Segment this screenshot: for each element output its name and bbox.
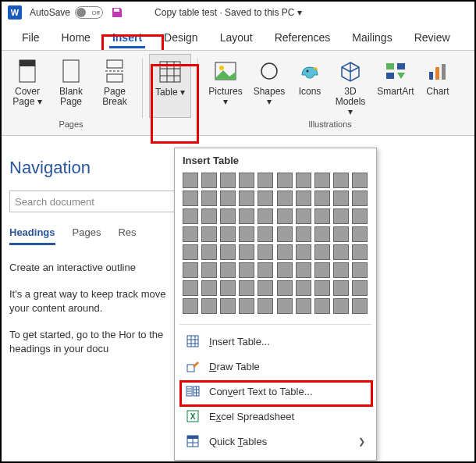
tab-file[interactable]: File [11, 27, 51, 50]
document-title[interactable]: Copy table test · Saved to this PC ▾ [155, 7, 302, 18]
tab-layout[interactable]: Layout [209, 27, 264, 50]
grid-cell[interactable] [314, 298, 330, 314]
shapes-button[interactable]: Shapes ▾ [248, 54, 290, 118]
grid-cell[interactable] [220, 208, 236, 224]
grid-cell[interactable] [239, 244, 254, 260]
grid-cell[interactable] [314, 173, 330, 188]
grid-cell[interactable] [277, 226, 293, 242]
menu-excel-spreadsheet[interactable]: X Excel Spreadsheet [175, 404, 376, 429]
grid-cell[interactable] [220, 173, 236, 188]
grid-cell[interactable] [277, 262, 293, 278]
grid-cell[interactable] [296, 208, 311, 224]
3d-models-button[interactable]: 3D Models ▾ [329, 54, 371, 118]
grid-cell[interactable] [333, 280, 349, 296]
icons-button[interactable]: Icons [292, 54, 328, 118]
grid-cell[interactable] [201, 226, 217, 242]
grid-cell[interactable] [201, 298, 217, 314]
grid-cell[interactable] [352, 208, 368, 224]
grid-cell[interactable] [296, 173, 311, 188]
grid-cell[interactable] [352, 298, 368, 314]
grid-cell[interactable] [183, 298, 198, 314]
nav-tab-pages[interactable]: Pages [73, 226, 101, 245]
table-size-grid[interactable] [175, 171, 376, 320]
grid-cell[interactable] [314, 208, 330, 224]
menu-convert-text-to-table[interactable]: Convert Text to Table... [175, 379, 376, 404]
grid-cell[interactable] [352, 173, 368, 188]
grid-cell[interactable] [239, 173, 254, 188]
grid-cell[interactable] [258, 244, 273, 260]
grid-cell[interactable] [333, 226, 349, 242]
grid-cell[interactable] [258, 191, 273, 206]
grid-cell[interactable] [296, 244, 311, 260]
grid-cell[interactable] [277, 173, 293, 188]
menu-insert-table[interactable]: Insert Table... [175, 329, 376, 354]
smartart-button[interactable]: SmartArt [373, 54, 418, 118]
grid-cell[interactable] [314, 191, 330, 206]
grid-cell[interactable] [296, 280, 311, 296]
grid-cell[interactable] [258, 226, 273, 242]
table-button[interactable]: Table ▾ [149, 54, 191, 118]
menu-quick-tables[interactable]: Quick Tables ❯ [175, 429, 376, 454]
grid-cell[interactable] [333, 173, 349, 188]
blank-page-button[interactable]: Blank Page [50, 54, 92, 118]
grid-cell[interactable] [296, 262, 311, 278]
autosave-toggle[interactable]: AutoSave Off [30, 6, 103, 19]
grid-cell[interactable] [314, 244, 330, 260]
tab-references[interactable]: References [264, 27, 342, 50]
grid-cell[interactable] [258, 280, 273, 296]
grid-cell[interactable] [183, 191, 198, 206]
grid-cell[interactable] [239, 262, 254, 278]
grid-cell[interactable] [296, 191, 311, 206]
grid-cell[interactable] [220, 244, 236, 260]
tab-mailings[interactable]: Mailings [341, 27, 403, 50]
grid-cell[interactable] [239, 191, 254, 206]
grid-cell[interactable] [258, 173, 273, 188]
grid-cell[interactable] [277, 208, 293, 224]
nav-tab-results[interactable]: Res [118, 226, 136, 245]
page-break-button[interactable]: Page Break [94, 54, 136, 118]
grid-cell[interactable] [277, 191, 293, 206]
cover-page-button[interactable]: Cover Page ▾ [6, 54, 48, 118]
grid-cell[interactable] [258, 208, 273, 224]
grid-cell[interactable] [277, 298, 293, 314]
grid-cell[interactable] [352, 262, 368, 278]
grid-cell[interactable] [220, 191, 236, 206]
grid-cell[interactable] [277, 280, 293, 296]
save-icon[interactable] [111, 6, 123, 19]
grid-cell[interactable] [201, 262, 217, 278]
grid-cell[interactable] [201, 173, 217, 188]
grid-cell[interactable] [220, 298, 236, 314]
grid-cell[interactable] [183, 226, 198, 242]
grid-cell[interactable] [239, 208, 254, 224]
grid-cell[interactable] [220, 262, 236, 278]
grid-cell[interactable] [183, 280, 198, 296]
grid-cell[interactable] [333, 191, 349, 206]
grid-cell[interactable] [296, 298, 311, 314]
grid-cell[interactable] [352, 226, 368, 242]
grid-cell[interactable] [333, 208, 349, 224]
grid-cell[interactable] [314, 226, 330, 242]
grid-cell[interactable] [258, 298, 273, 314]
grid-cell[interactable] [352, 244, 368, 260]
search-input[interactable]: Search document [9, 191, 178, 212]
grid-cell[interactable] [239, 298, 254, 314]
grid-cell[interactable] [239, 226, 254, 242]
grid-cell[interactable] [183, 208, 198, 224]
grid-cell[interactable] [333, 298, 349, 314]
tab-review[interactable]: Review [403, 27, 461, 50]
tab-home[interactable]: Home [51, 27, 101, 50]
grid-cell[interactable] [333, 262, 349, 278]
nav-tab-headings[interactable]: Headings [9, 226, 55, 245]
grid-cell[interactable] [220, 226, 236, 242]
grid-cell[interactable] [201, 208, 217, 224]
grid-cell[interactable] [296, 226, 311, 242]
grid-cell[interactable] [352, 191, 368, 206]
grid-cell[interactable] [183, 173, 198, 188]
grid-cell[interactable] [201, 280, 217, 296]
grid-cell[interactable] [277, 244, 293, 260]
grid-cell[interactable] [352, 280, 368, 296]
grid-cell[interactable] [258, 262, 273, 278]
grid-cell[interactable] [183, 244, 198, 260]
chart-button[interactable]: Chart [420, 54, 456, 118]
grid-cell[interactable] [183, 262, 198, 278]
